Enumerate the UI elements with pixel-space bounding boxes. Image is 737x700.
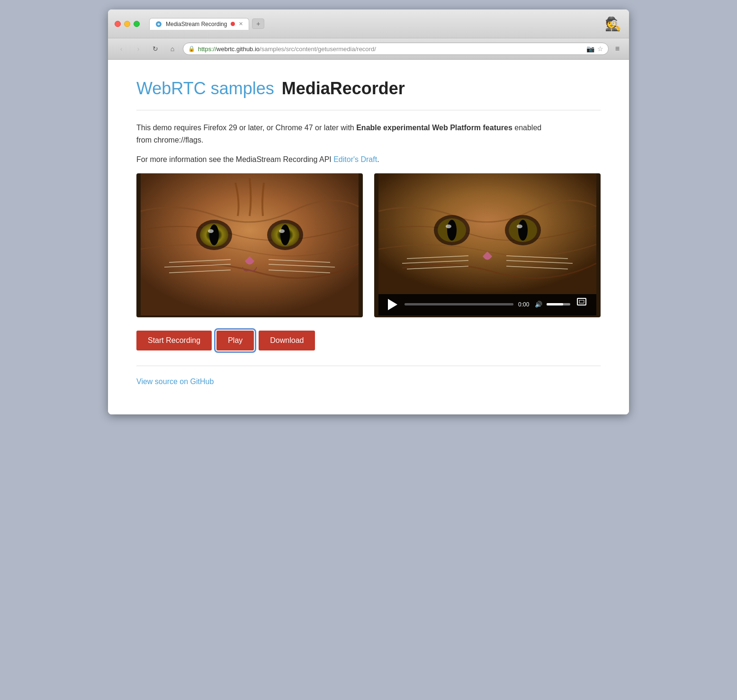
recording-indicator — [231, 22, 235, 26]
address-text: https://webrtc.github.io/samples/src/con… — [198, 45, 584, 53]
svg-point-24 — [517, 224, 522, 228]
svg-text:🔊: 🔊 — [535, 300, 543, 308]
close-button[interactable] — [115, 21, 121, 27]
address-bar[interactable]: 🔒 https://webrtc.github.io/samples/src/c… — [183, 43, 609, 55]
svg-rect-33 — [404, 303, 513, 305]
svg-point-20 — [446, 224, 451, 228]
browser-window: MediaStream Recording ✕ + 🕵️ ‹ › ↻ ⌂ 🔒 h… — [108, 9, 629, 414]
recorded-video: 0:00 🔊 — [374, 173, 601, 315]
minimize-button[interactable] — [124, 21, 130, 27]
camera-icon[interactable]: 📷 — [586, 45, 594, 53]
play-button[interactable]: Play — [216, 331, 254, 350]
home-button[interactable]: ⌂ — [166, 42, 179, 55]
desc2-end: . — [377, 155, 379, 163]
page-title: MediaRecorder — [282, 79, 405, 99]
spy-icon: 🕵️ — [603, 14, 622, 33]
live-video-container — [136, 173, 363, 317]
header-divider — [136, 110, 601, 110]
svg-rect-39 — [579, 300, 584, 303]
svg-point-5 — [208, 229, 214, 233]
svg-point-9 — [279, 229, 285, 233]
description-2: For more information see the MediaStream… — [136, 153, 544, 166]
video-row: 0:00 🔊 — [136, 173, 601, 317]
title-bar: MediaStream Recording ✕ + 🕵️ — [108, 9, 629, 38]
url-domain-text: webrtc.github.io — [216, 45, 260, 53]
maximize-button[interactable] — [134, 21, 140, 27]
svg-rect-37 — [547, 303, 563, 305]
url-path: /samples/src/content/getusermedia/record… — [260, 45, 376, 53]
svg-point-8 — [280, 224, 290, 245]
bookmark-star-icon[interactable]: ☆ — [597, 45, 603, 53]
url-protocol: https:// — [198, 45, 216, 53]
svg-point-19 — [447, 220, 457, 241]
download-button[interactable]: Download — [259, 331, 315, 350]
svg-rect-1 — [141, 173, 359, 315]
desc1-bold: Enable experimental Web Platform feature… — [356, 124, 512, 132]
github-link[interactable]: View source on GitHub — [136, 377, 214, 386]
page-header: WebRTC samples MediaRecorder — [136, 79, 601, 99]
forward-button[interactable]: › — [132, 42, 145, 55]
svg-point-23 — [518, 220, 528, 241]
description-1: This demo requires Firefox 29 or later, … — [136, 122, 544, 146]
new-tab-button[interactable]: + — [252, 18, 264, 29]
svg-text:0:00: 0:00 — [518, 301, 530, 308]
reload-button[interactable]: ↻ — [149, 42, 162, 55]
start-recording-button[interactable]: Start Recording — [136, 331, 212, 350]
site-title: WebRTC samples — [136, 79, 274, 99]
svg-point-4 — [209, 224, 219, 245]
desc1-plain: This demo requires Firefox 29 or later, … — [136, 124, 356, 132]
traffic-lights — [115, 21, 140, 27]
menu-button[interactable]: ≡ — [612, 43, 622, 55]
url-domain: https://webrtc.github.io — [198, 45, 260, 53]
recorded-video-container: 0:00 🔊 — [374, 173, 601, 317]
live-video — [136, 173, 363, 315]
desc2-plain: For more information see the MediaStream… — [136, 155, 333, 163]
back-button[interactable]: ‹ — [115, 42, 128, 55]
tab-title: MediaStream Recording — [166, 21, 227, 27]
footer-divider — [136, 366, 601, 366]
active-tab[interactable]: MediaStream Recording ✕ — [149, 18, 249, 30]
page-content: WebRTC samples MediaRecorder This demo r… — [108, 60, 629, 414]
tab-close-icon[interactable]: ✕ — [239, 21, 243, 27]
nav-bar: ‹ › ↻ ⌂ 🔒 https://webrtc.github.io/sampl… — [108, 38, 629, 60]
ssl-icon: 🔒 — [188, 45, 195, 52]
tab-favicon — [155, 21, 162, 27]
buttons-row: Start Recording Play Download — [136, 331, 601, 350]
editors-draft-link[interactable]: Editor's Draft — [333, 155, 377, 163]
tab-bar: MediaStream Recording ✕ + — [149, 18, 599, 30]
